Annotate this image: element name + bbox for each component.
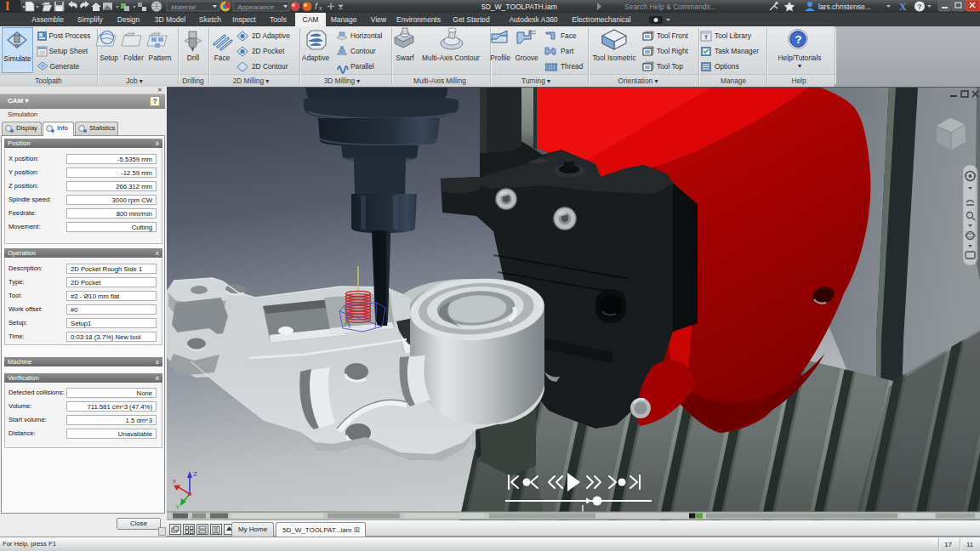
- svg-text:X: X: [899, 1, 907, 13]
- svg-text:Search Help & Commands...: Search Help & Commands...: [624, 3, 716, 11]
- svg-text:5D_W_TOOLPATH.iam: 5D_W_TOOLPATH.iam: [481, 3, 557, 11]
- svg-text:I: I: [5, 0, 9, 13]
- svg-text:Appearance: Appearance: [236, 3, 275, 11]
- svg-text:?: ?: [917, 3, 922, 11]
- svg-text:?: ?: [795, 33, 802, 46]
- svg-text:Y: Y: [175, 503, 180, 511]
- svg-text:f: f: [315, 2, 318, 11]
- svg-text:Material: Material: [171, 3, 196, 11]
- svg-text:Z: Z: [193, 470, 197, 478]
- svg-text:x: x: [319, 5, 322, 11]
- svg-text:x: x: [173, 477, 176, 485]
- svg-text:lars.christense...: lars.christense...: [818, 3, 871, 11]
